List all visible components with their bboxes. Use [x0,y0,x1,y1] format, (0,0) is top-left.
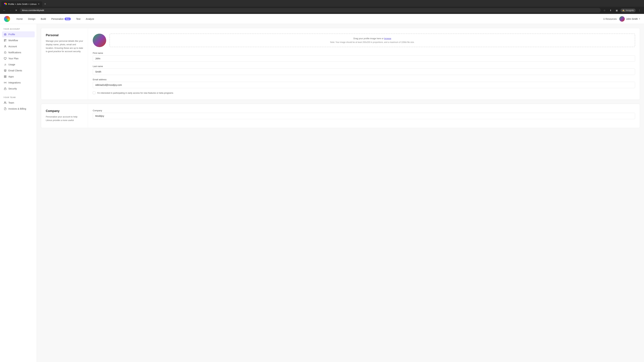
svg-point-4 [5,45,6,46]
profile-photo-inner [93,34,106,47]
your-team-label: YOUR TEAM [2,96,35,98]
app-container: Home Design Build Personalize New Test A… [0,14,644,362]
sidebar-item-security[interactable]: Security [2,86,35,92]
layers-icon [4,69,7,72]
main-nav: Home Design Build Personalize New Test A… [14,16,604,22]
tab-search-button[interactable]: ▣ [614,8,619,12]
new-tab-button[interactable]: + [43,2,48,6]
sidebar-item-apps[interactable]: Apps [2,73,35,80]
personal-layout: Personal Manage your personal details li… [41,28,640,99]
workflow-label: Workflow [8,39,18,42]
camera-icon [4,33,7,36]
grid-icon [4,75,7,78]
back-button[interactable]: ← [2,8,7,12]
reload-button[interactable]: ✕ [14,8,18,12]
file-icon [4,107,7,110]
tab-title: Profile > John Smith > Litmus [8,3,36,5]
sidebar: YOUR ACCOUNT Profile Workflow Account [0,24,37,362]
user-name: John Smith [626,17,638,20]
nav-analyze[interactable]: Analyze [84,16,96,22]
sidebar-item-notifications[interactable]: Notifications [2,49,35,55]
info-icon: ℹ [604,17,604,20]
company-input[interactable] [93,113,635,119]
first-name-input[interactable] [93,55,635,62]
active-tab[interactable]: Profile > John Smith > Litmus ✕ [1,1,42,7]
personalize-new-badge: New [64,17,71,20]
incognito-label: Incognito [626,9,634,11]
incognito-badge: 🕵 Incognito [620,8,636,12]
invoices-label: Invoices & Billing [8,107,26,110]
company-info: Company Personalize your account to help… [41,104,88,128]
sidebar-item-account[interactable]: Account [2,43,35,49]
beta-checkbox[interactable] [93,91,96,94]
main-content: Personal Manage your personal details li… [37,24,644,362]
nav-design[interactable]: Design [26,16,38,22]
user-icon [4,45,7,48]
nav-build[interactable]: Build [38,16,48,22]
avatar-image [619,16,625,22]
security-label: Security [8,87,17,90]
user-menu[interactable]: John Smith ▾ [619,16,640,22]
sidebar-item-workflow[interactable]: Workflow [2,37,35,43]
sidebar-item-email-clients[interactable]: Email Clients [2,67,35,73]
company-group: Company [93,109,635,119]
svg-rect-14 [4,77,5,78]
usage-label: Usage [8,63,15,66]
nav-test[interactable]: Test [74,16,83,22]
sidebar-item-integrations[interactable]: Integrations [2,80,35,86]
logo[interactable] [4,16,10,22]
personal-section: Personal Manage your personal details li… [41,28,640,100]
first-name-label: First name [93,52,635,54]
workflow-icon [4,39,7,42]
sidebar-item-profile[interactable]: Profile [2,31,35,37]
bookmark-button[interactable]: ☆ [602,8,607,12]
menu-button[interactable]: ⋮ [637,8,642,12]
personal-info: Personal Manage your personal details li… [41,28,88,99]
integrations-icon [4,81,7,84]
nav-personalize[interactable]: Personalize New [49,16,73,22]
sidebar-item-invoices[interactable]: Invoices & Billing [2,106,35,112]
bar-chart-icon [4,63,7,66]
resources-button[interactable]: ℹ Resources [604,17,617,20]
email-label: Email address [93,78,635,81]
tab-close-button[interactable]: ✕ [38,3,40,5]
download-button[interactable]: ⬇ [608,8,613,12]
nav-home[interactable]: Home [14,16,25,22]
company-description: Personalize your account to help Litmus … [46,115,83,122]
beta-checkbox-row: I'm interested in participating in early… [93,91,635,94]
sidebar-item-team[interactable]: Team [2,100,35,106]
header-right: ℹ Resources John Smith ▾ [604,16,640,22]
company-section: Company Personalize your account to help… [41,104,640,128]
browse-link[interactable]: browse [384,37,391,40]
first-name-group: First name [93,52,635,62]
your-plan-label: Your Plan [8,57,18,60]
company-form: Company [88,104,640,128]
svg-point-0 [5,34,6,35]
notifications-label: Notifications [8,51,21,54]
chevron-down-icon: ▾ [639,18,640,20]
tab-favicon [4,3,7,5]
email-group: Email address [93,78,635,88]
users-icon [4,101,7,104]
company-layout: Company Personalize your account to help… [41,104,640,128]
photo-area: Drag your profile image here or browse N… [93,33,635,47]
address-bar[interactable] [20,8,601,12]
incognito-icon: 🕵 [622,9,625,11]
personal-form: Drag your profile image here or browse N… [88,28,640,99]
sidebar-item-your-plan[interactable]: Your Plan [2,55,35,61]
svg-rect-17 [4,88,6,90]
integrations-label: Integrations [8,81,21,84]
svg-rect-15 [5,77,6,78]
sidebar-item-usage[interactable]: Usage [2,61,35,67]
email-input[interactable] [93,82,635,88]
svg-rect-2 [5,39,6,40]
photo-drop-zone[interactable]: Drag your profile image here or browse N… [110,33,635,47]
last-name-input[interactable] [93,68,635,75]
svg-rect-12 [4,76,5,76]
forward-button[interactable]: → [8,8,13,12]
photo-note: Note: Your image should be at least 200x… [113,41,632,43]
last-name-group: Last name [93,65,635,75]
app-header: Home Design Build Personalize New Test A… [0,14,644,24]
page-layout: YOUR ACCOUNT Profile Workflow Account [0,24,644,362]
lock-icon [4,87,7,90]
